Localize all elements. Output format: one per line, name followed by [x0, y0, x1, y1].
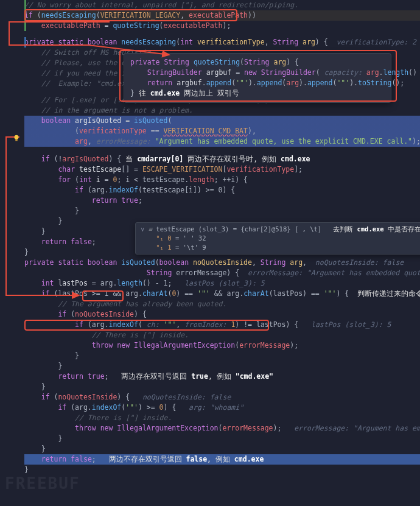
debug-inline-hint[interactable]: ∨ ≡ testEscape (slot_3) = {char[2]@518} … — [135, 222, 420, 255]
annotation-return-false: 两边不存在双引号返回 false, 例如 cmd.exe — [109, 455, 264, 463]
svg-point-0 — [15, 135, 19, 139]
annotation-judge-space: 去判断 cmd.exe 中是否存在空格,\t字符 — [333, 225, 420, 233]
annotation-cmdarray: 当 cmdarray[0] 两边不存在双引号时, 例如 cmd.exe — [125, 155, 310, 163]
highlighted-declaration: boolean argIsQuoted = isQuoted( — [24, 116, 420, 126]
annotation-return-true: 两边存在双引号返回 true, 例如 "cmd.exe" — [121, 372, 273, 381]
annotation-double-quote: 判断传递过来的命令两边是否存在双引号 — [357, 289, 420, 298]
annotation-quotestring: 往 cmd.exe 两边加上 双引号 — [139, 89, 239, 97]
watermark: FREEBUF — [5, 474, 80, 493]
intention-bulb-icon[interactable] — [12, 134, 21, 142]
svg-rect-1 — [15, 139, 18, 141]
comment: // No worry about internal, unpaired ["]… — [24, 1, 298, 9]
current-line-highlight: return false; 两边不存在双引号返回 false, 例如 cmd.e… — [24, 454, 420, 465]
tooltip-quotestring: private String quoteString(String arg) {… — [124, 53, 391, 103]
